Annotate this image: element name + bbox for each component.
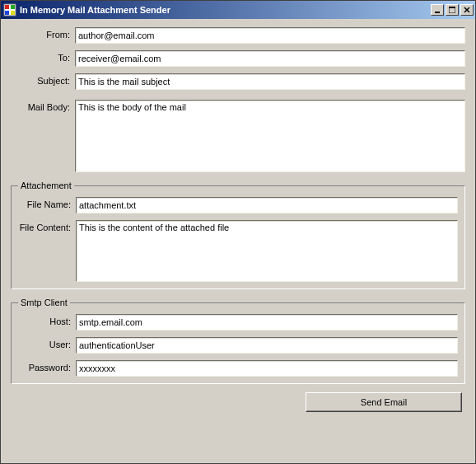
subject-label: Subject:: [11, 73, 75, 86]
mail-body-input[interactable]: [75, 100, 465, 172]
window-buttons: [431, 4, 474, 16]
host-input[interactable]: [76, 314, 458, 330]
app-icon: [3, 3, 16, 16]
svg-rect-7: [449, 7, 455, 8]
password-input[interactable]: [76, 360, 458, 377]
filecontent-label: File Content:: [15, 220, 76, 232]
filename-label: File Name:: [15, 197, 76, 209]
filename-input[interactable]: [76, 197, 458, 213]
svg-rect-4: [11, 11, 15, 15]
titlebar[interactable]: In Memory Mail Attachment Sender: [1, 1, 475, 19]
from-label: From:: [11, 27, 75, 40]
svg-rect-3: [5, 11, 9, 15]
send-email-button[interactable]: Send Email: [306, 392, 462, 412]
window-title: In Memory Mail Attachment Sender: [20, 5, 431, 15]
svg-rect-2: [11, 5, 15, 9]
host-label: Host:: [15, 314, 76, 326]
maximize-button[interactable]: [446, 4, 459, 16]
client-area: From: To: Subject: Mail Body: Attachemen…: [1, 19, 475, 420]
svg-rect-1: [5, 5, 9, 9]
user-label: User:: [15, 337, 76, 349]
minimize-button[interactable]: [431, 4, 444, 16]
filecontent-input[interactable]: [76, 220, 458, 282]
smtp-group: Smtp Client Host: User: Password:: [11, 298, 465, 384]
password-label: Password:: [15, 360, 76, 373]
close-button[interactable]: [460, 4, 474, 16]
smtp-legend: Smtp Client: [18, 298, 70, 307]
to-input[interactable]: [75, 50, 465, 67]
user-input[interactable]: [76, 337, 458, 354]
mail-body-label: Mail Body:: [11, 100, 75, 112]
from-input[interactable]: [75, 27, 465, 44]
subject-input[interactable]: [75, 73, 465, 90]
svg-rect-5: [435, 12, 440, 13]
app-window: In Memory Mail Attachment Sender From: T…: [0, 0, 476, 464]
attachment-group: Attachement File Name: File Content:: [11, 180, 465, 289]
to-label: To:: [11, 50, 75, 63]
attachment-legend: Attachement: [18, 180, 74, 190]
